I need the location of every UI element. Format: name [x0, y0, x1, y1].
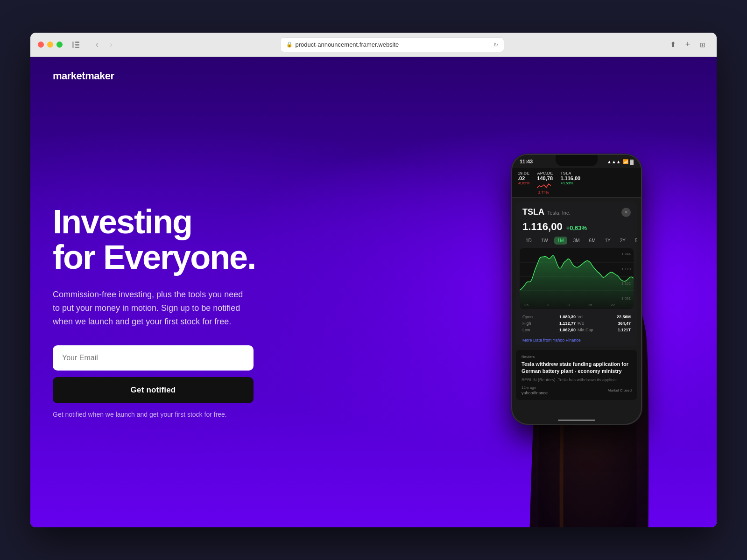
ticker-price-2: 140,78 [537, 175, 553, 181]
chart-label-y3: 1.102 [621, 281, 631, 286]
ticker-item-3: TSLA 1.116,00 +0,63% [560, 171, 580, 195]
chart-svg [520, 248, 634, 309]
stat-vol: Vol 22,56M [578, 315, 631, 319]
hero-title-line2: for Everyone. [53, 238, 255, 276]
new-tab-button[interactable]: + [681, 38, 694, 51]
close-window-button[interactable] [38, 42, 44, 48]
address-bar[interactable]: 🔒 product-announcement.framer.website ↻ [280, 37, 504, 52]
email-input-wrapper [53, 345, 254, 371]
chart-label-y1: 1.244 [621, 252, 631, 256]
reload-icon[interactable]: ↻ [493, 42, 498, 48]
stat-high: High 1.132,77 [522, 321, 576, 326]
cta-note: Get notified when we launch and get your… [53, 411, 255, 418]
phone-screen: 11:43 ▲▲▲ 📶 ▓ 19.BE [512, 155, 641, 424]
chart-label-y4: 1.031 [621, 296, 631, 301]
back-button[interactable]: ‹ [91, 38, 104, 51]
left-content: Investing for Everyone. Commission-free … [53, 204, 255, 418]
svg-rect-2 [75, 44, 79, 45]
battery-icon: ▓ [630, 159, 634, 164]
chart-labels-x: 25 1 8 15 22 [524, 303, 615, 307]
chart-label-x4: 15 [588, 303, 592, 307]
stat-open-label: Open [522, 315, 533, 319]
svg-rect-3 [75, 47, 79, 48]
page-content: marketmaker Investing for Everyone. Comm… [30, 57, 717, 527]
stat-vol-label: Vol [578, 315, 584, 319]
email-input[interactable] [53, 345, 254, 371]
forward-button[interactable]: › [105, 38, 118, 51]
stat-pe-label: P/E [578, 321, 585, 326]
chart-label-x1: 25 [524, 303, 529, 307]
svg-rect-0 [72, 42, 74, 48]
yahoo-finance-link[interactable]: More Data from Yahoo Finance [516, 336, 637, 346]
svg-rect-1 [75, 42, 79, 43]
phone-container: 11:43 ▲▲▲ 📶 ▓ 19.BE [455, 154, 698, 527]
time-btn-6m[interactable]: 6M [586, 237, 599, 245]
grid-button[interactable]: ⊞ [696, 38, 709, 51]
chart-label-x3: 8 [568, 303, 570, 307]
ticker-item-2: APC.DE 140,78 -2,74% [537, 171, 553, 195]
site-header: marketmaker [30, 57, 717, 95]
lock-icon: 🔒 [286, 42, 293, 48]
home-indicator [558, 420, 595, 421]
stock-symbol: TSLA [522, 207, 544, 217]
stat-low-label: Low [522, 328, 530, 332]
yahoo-logo: yahoo/finance [521, 391, 548, 395]
stat-open-value: 1.080,39 [559, 315, 576, 319]
time-btn-1y[interactable]: 1Y [602, 237, 614, 245]
time-btn-2y[interactable]: 2Y [617, 237, 629, 245]
stock-close-button[interactable]: ✕ [621, 208, 631, 217]
stat-mktcap-label: Mkt Cap [578, 328, 593, 332]
logo: marketmaker [53, 70, 694, 82]
chart-label-y2: 1.173 [621, 267, 631, 271]
browser-actions: ⬆ + ⊞ [666, 38, 709, 51]
ticker-price-1: .02 [518, 175, 529, 181]
news-footer: 12m ago yahoo/finance Market Closed [521, 385, 632, 395]
stat-mktcap-value: 1.121T [618, 328, 631, 332]
stat-low: Low 1.062,00 [522, 328, 576, 332]
news-preview: BERLIN (Reuters) -Tesla has withdrawn it… [521, 377, 632, 383]
stock-name-row: TSLA Tesla, Inc. [522, 207, 571, 217]
signal-icon: ▲▲▲ [607, 159, 621, 164]
ticker-change-2: -2,74% [537, 190, 553, 195]
stock-change-pct: +0,63% [566, 224, 587, 231]
browser-window: ‹ › 🔒 product-announcement.framer.websit… [30, 33, 717, 527]
news-item[interactable]: Reuters Tesla withdrew state funding app… [516, 350, 637, 400]
sidebar-toggle-button[interactable] [68, 38, 83, 51]
time-btn-3m[interactable]: 3M [570, 237, 583, 245]
ticker-symbol-1: 19.BE [518, 171, 529, 175]
time-btn-5y[interactable]: 5 [632, 237, 637, 245]
status-time: 11:43 [520, 159, 533, 164]
main-section: Investing for Everyone. Commission-free … [30, 95, 717, 527]
ticker-symbol-3: TSLA [560, 171, 580, 175]
ticker-chart-2 [537, 181, 551, 190]
share-button[interactable]: ⬆ [666, 38, 679, 51]
stat-low-value: 1.062,00 [559, 328, 576, 332]
chart-label-x5: 22 [611, 303, 615, 307]
address-bar-wrapper: 🔒 product-announcement.framer.website ↻ [123, 37, 661, 52]
hero-title-line1: Investing [53, 203, 192, 240]
stat-mktcap: Mkt Cap 1.121T [578, 328, 631, 332]
minimize-window-button[interactable] [47, 42, 53, 48]
stock-price-row: 1.116,00 +0,63% [516, 221, 637, 237]
time-btn-1m[interactable]: 1M [554, 237, 567, 245]
hero-subtitle: Commission-free investing, plus the tool… [53, 288, 249, 328]
maximize-window-button[interactable] [56, 42, 63, 48]
stock-company: Tesla, Inc. [547, 210, 571, 216]
stock-detail-panel: TSLA Tesla, Inc. ✕ 1.116,00 +0,63% [516, 202, 637, 346]
news-source: Reuters [521, 355, 632, 359]
time-btn-1d[interactable]: 1D [522, 237, 535, 245]
stock-price: 1.116,00 [522, 221, 563, 233]
ticker-price-3: 1.116,00 [560, 175, 580, 181]
stock-header: TSLA Tesla, Inc. ✕ [516, 202, 637, 221]
stats-grid: Open 1.080,39 Vol 22,56M High [516, 313, 637, 336]
news-time-ago: 12m ago [521, 385, 548, 390]
browser-toolbar: ‹ › 🔒 product-announcement.framer.websit… [30, 33, 717, 57]
ticker-change-3: +0,63% [560, 181, 580, 185]
ticker-bar: 19.BE .02 -0,02% APC.DE 140,78 [512, 168, 641, 198]
stat-pe: P/E 364,47 [578, 321, 631, 326]
stock-chart: 1.244 1.173 1.102 1.031 25 1 8 [520, 248, 634, 309]
get-notified-button[interactable]: Get notified [53, 377, 254, 403]
ticker-item-1: 19.BE .02 -0,02% [518, 171, 529, 195]
time-btn-1w[interactable]: 1W [538, 237, 551, 245]
chart-label-x2: 1 [547, 303, 549, 307]
